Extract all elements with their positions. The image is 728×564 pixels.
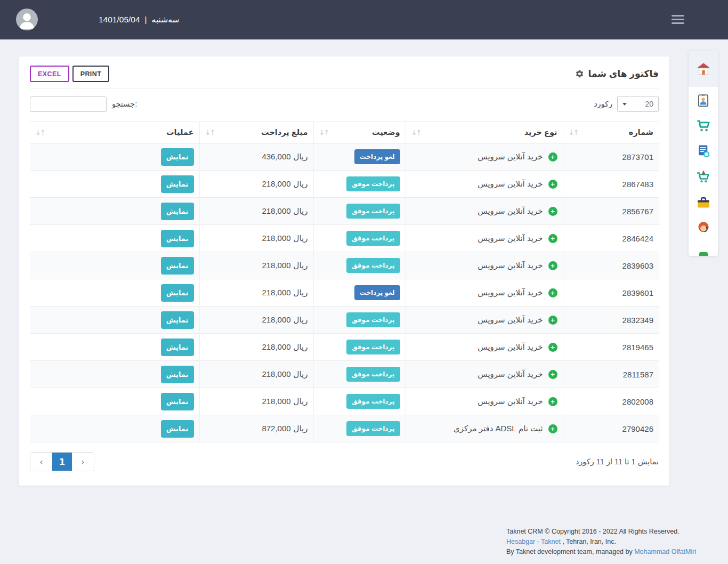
invoice-number: 2832349	[563, 307, 659, 334]
sidebar-item-buy-service[interactable]	[689, 164, 718, 189]
id-card-icon	[697, 92, 710, 108]
sidebar-item-home[interactable]	[689, 51, 718, 87]
home-icon	[696, 62, 711, 76]
invoice-number: 2839601	[563, 279, 659, 307]
purchase-type-text: خرید آنلاین سرویس	[478, 233, 543, 243]
expand-row-icon[interactable]: +	[548, 370, 557, 379]
currency-label: ریال	[294, 233, 308, 243]
currency-label: ریال	[294, 288, 308, 297]
expand-row-icon[interactable]: +	[548, 343, 557, 352]
sidebar-item-shop[interactable]	[689, 112, 718, 138]
table-row: 2802008+خرید آنلاین سرویسپرداخت موفق218,…	[30, 388, 659, 415]
page-1-button[interactable]: 1	[52, 453, 72, 471]
show-button[interactable]: نمایش	[161, 339, 194, 356]
amount-value: 436,000	[262, 152, 290, 162]
currency-label: ریال	[294, 152, 308, 162]
support-agent-icon	[696, 220, 711, 235]
sidebar-item-invoices[interactable]	[689, 138, 718, 164]
show-button[interactable]: نمایش	[161, 148, 194, 166]
sort-icon[interactable]: ↑↓	[319, 128, 329, 136]
amount-value: 218,000	[262, 261, 290, 270]
show-button[interactable]: نمایش	[161, 366, 194, 383]
expand-row-icon[interactable]: +	[548, 152, 557, 162]
footer-copyright: Taknet CRM © Copyright 2016 - 2022 All R…	[506, 527, 696, 537]
show-button[interactable]: نمایش	[161, 284, 194, 302]
table-row: 2811587+خرید آنلاین سرویسپرداخت موفق218,…	[30, 361, 659, 388]
col-operations[interactable]: عملیات↑↓	[30, 122, 199, 143]
next-page-button[interactable]: ›	[72, 453, 94, 471]
pagination: ‹ 1 ›	[30, 452, 94, 471]
print-button[interactable]: PRINT	[72, 66, 110, 82]
col-status[interactable]: وضعیت↑↓	[313, 122, 406, 143]
sidebar	[689, 51, 718, 256]
table-header-row: شماره↑↓ نوع خرید↑↓ وضعیت↑↓ مبلغ پرداخت↑↓…	[30, 122, 659, 143]
show-button[interactable]: نمایش	[161, 420, 194, 438]
search-input[interactable]	[30, 96, 107, 112]
sidebar-item-profile[interactable]	[689, 87, 718, 112]
sidebar-item-more[interactable]	[689, 240, 718, 256]
col-amount[interactable]: مبلغ پرداخت↑↓	[199, 122, 313, 143]
status-badge: پرداخت موفق	[346, 312, 400, 327]
date-value: 1401/05/04	[99, 15, 140, 25]
excel-button[interactable]: EXCEL	[30, 66, 69, 82]
show-button[interactable]: نمایش	[161, 257, 194, 275]
currency-label: ریال	[294, 397, 308, 406]
toolbox-icon	[696, 195, 711, 209]
expand-row-icon[interactable]: +	[548, 424, 557, 433]
status-badge: پرداخت موفق	[346, 258, 400, 273]
expand-row-icon[interactable]: +	[548, 180, 557, 189]
records-info: نمایش 1 تا 11 از 11 رکورد	[576, 457, 659, 466]
amount-value: 218,000	[262, 288, 290, 297]
invoice-number: 2867483	[563, 171, 659, 198]
amount-value: 218,000	[262, 369, 290, 379]
invoice-number: 2811587	[563, 361, 659, 388]
expand-row-icon[interactable]: +	[548, 261, 557, 270]
gear-icon[interactable]	[575, 69, 584, 78]
invoice-number: 2856767	[563, 198, 659, 225]
expand-row-icon[interactable]: +	[548, 397, 557, 406]
table-row: 2819465+خرید آنلاین سرویسپرداخت موفق218,…	[30, 334, 659, 361]
user-avatar[interactable]	[16, 9, 38, 30]
currency-label: ریال	[294, 342, 308, 352]
sort-icon[interactable]: ↑↓	[411, 128, 421, 136]
table-row: 2839601+خرید آنلاین سرویسلغو پرداخت218,0…	[30, 279, 659, 307]
menu-toggle-icon[interactable]	[672, 15, 684, 24]
show-button[interactable]: نمایش	[161, 175, 194, 193]
records-per-page-select[interactable]: 20	[617, 96, 659, 112]
purchase-type-text: خرید آنلاین سرویس	[478, 397, 543, 406]
expand-row-icon[interactable]: +	[548, 288, 557, 297]
sort-icon[interactable]: ↑↓	[205, 128, 215, 136]
purchase-type-text: خرید آنلاین سرویس	[478, 342, 543, 352]
sort-icon[interactable]: ↑↓	[569, 128, 578, 136]
page-title: فاکتور های شما	[588, 68, 659, 79]
table-row: 2839603+خرید آنلاین سرویسپرداخت موفق218,…	[30, 252, 659, 279]
expand-row-icon[interactable]: +	[548, 316, 557, 325]
show-button[interactable]: نمایش	[161, 230, 194, 247]
manager-link[interactable]: Mohammad OlfatMiri	[634, 548, 696, 555]
card-footer: ‹ 1 › نمایش 1 تا 11 از 11 رکورد	[30, 452, 659, 471]
current-date: 1401/05/04 | سه‌شنبه	[99, 0, 180, 39]
col-number[interactable]: شماره↑↓	[563, 122, 659, 143]
invoice-number: 2802008	[563, 388, 659, 415]
currency-label: ریال	[294, 179, 308, 189]
status-badge: پرداخت موفق	[346, 421, 400, 436]
footer-team-line: By Taknet development team, managed by M…	[506, 547, 696, 557]
currency-label: ریال	[294, 315, 308, 325]
table-row: 2790426+ثبت نام ADSL دفتر مرکزیپرداخت مو…	[30, 415, 659, 442]
sidebar-item-tools[interactable]	[689, 189, 718, 215]
purchase-type-text: خرید آنلاین سرویس	[478, 369, 543, 379]
person-icon	[19, 11, 35, 29]
sort-icon[interactable]: ↑↓	[35, 128, 45, 136]
show-button[interactable]: نمایش	[161, 311, 194, 329]
cart-download-icon	[696, 170, 711, 184]
expand-row-icon[interactable]: +	[548, 207, 557, 216]
show-button[interactable]: نمایش	[161, 203, 194, 220]
col-purchase-type[interactable]: نوع خرید↑↓	[406, 122, 563, 143]
table-row: 2856767+خرید آنلاین سرویسپرداخت موفق218,…	[30, 198, 659, 225]
invoice-number: 2839603	[563, 252, 659, 279]
sidebar-item-support[interactable]	[689, 215, 718, 240]
prev-page-button[interactable]: ‹	[30, 453, 52, 471]
expand-row-icon[interactable]: +	[548, 234, 557, 243]
company-link[interactable]: Hesabgar - Taknet	[506, 538, 561, 545]
show-button[interactable]: نمایش	[161, 393, 194, 410]
